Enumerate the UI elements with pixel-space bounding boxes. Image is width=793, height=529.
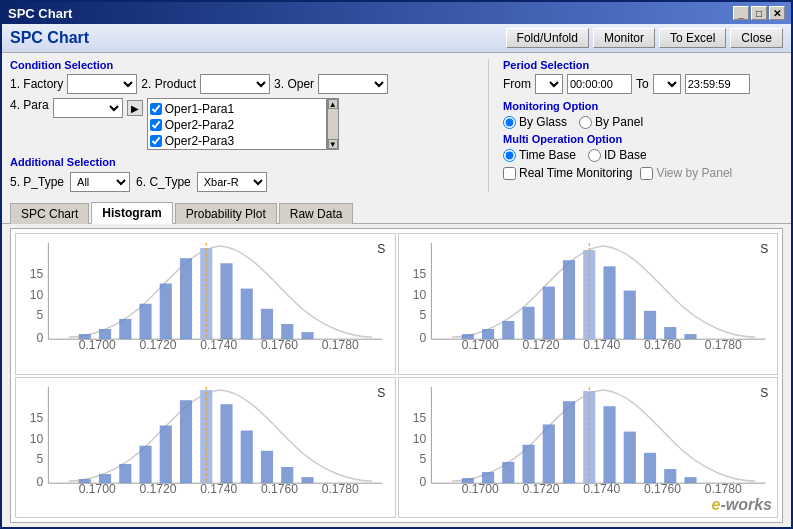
tab-raw-data[interactable]: Raw Data bbox=[279, 203, 354, 224]
histogram-svg-2: 0 5 10 15 0.1700 0.1720 0.1740 0.1760 0.… bbox=[401, 236, 776, 372]
tab-probability-plot[interactable]: Probability Plot bbox=[175, 203, 277, 224]
svg-text:5: 5 bbox=[37, 308, 44, 322]
time-base-radio[interactable] bbox=[503, 149, 516, 162]
scroll-up-button[interactable]: ▲ bbox=[328, 99, 338, 109]
checklist-checkbox-1[interactable] bbox=[150, 103, 162, 115]
svg-text:0.1700: 0.1700 bbox=[461, 338, 498, 352]
time-base-option[interactable]: Time Base bbox=[503, 148, 576, 162]
checklist-item-2: Oper2-Para2 bbox=[150, 117, 324, 133]
to-date-select[interactable] bbox=[653, 74, 681, 94]
p-type-select[interactable]: All bbox=[70, 172, 130, 192]
para-select[interactable] bbox=[53, 98, 123, 118]
c-type-label: 6. C_Type bbox=[136, 175, 191, 189]
checklist-item-1: Oper1-Para1 bbox=[150, 101, 324, 117]
svg-rect-5 bbox=[139, 304, 151, 339]
svg-rect-56 bbox=[160, 425, 172, 483]
close-button[interactable]: ✕ bbox=[769, 6, 785, 20]
scroll-down-button[interactable]: ▼ bbox=[328, 139, 338, 149]
svg-text:10: 10 bbox=[412, 431, 426, 445]
realtime-monitoring-option[interactable]: Real Time Monitoring bbox=[503, 166, 632, 180]
c-type-select[interactable]: Xbar-R Xbar-S bbox=[197, 172, 267, 192]
minimize-button[interactable]: _ bbox=[733, 6, 749, 20]
condition-row-1: 1. Factory 2. Product 3. Oper bbox=[10, 74, 474, 94]
id-base-option[interactable]: ID Base bbox=[588, 148, 647, 162]
svg-rect-80 bbox=[522, 444, 534, 482]
tab-histogram[interactable]: Histogram bbox=[91, 202, 172, 224]
period-label: Period Selection bbox=[503, 59, 783, 71]
by-glass-radio[interactable] bbox=[503, 116, 516, 129]
oper-select[interactable] bbox=[318, 74, 388, 94]
svg-rect-7 bbox=[180, 258, 192, 339]
svg-text:0.1760: 0.1760 bbox=[261, 338, 298, 352]
by-glass-option[interactable]: By Glass bbox=[503, 115, 567, 129]
realtime-label: Real Time Monitoring bbox=[519, 166, 632, 180]
svg-text:0.1740: 0.1740 bbox=[583, 482, 620, 496]
svg-text:0.1720: 0.1720 bbox=[139, 482, 176, 496]
checklist-scrollbar[interactable]: ▲ ▼ bbox=[327, 98, 339, 150]
from-label: From bbox=[503, 77, 531, 91]
svg-text:10: 10 bbox=[30, 431, 44, 445]
checklist-checkbox-3[interactable] bbox=[150, 135, 162, 147]
to-label: To bbox=[636, 77, 649, 91]
svg-text:0.1700: 0.1700 bbox=[461, 482, 498, 496]
svg-text:0.1720: 0.1720 bbox=[139, 338, 176, 352]
arrow-button[interactable]: ▶ bbox=[127, 100, 143, 116]
view-by-panel-option[interactable]: View by Panel bbox=[640, 166, 732, 180]
by-panel-option[interactable]: By Panel bbox=[579, 115, 643, 129]
view-by-panel-checkbox[interactable] bbox=[640, 167, 653, 180]
chart-top-right: 0 5 10 15 0.1700 0.1720 0.1740 0.1760 0.… bbox=[398, 233, 779, 375]
fold-unfold-button[interactable]: Fold/Unfold bbox=[506, 28, 589, 48]
product-select[interactable] bbox=[200, 74, 270, 94]
svg-text:0.1780: 0.1780 bbox=[704, 338, 741, 352]
by-glass-label: By Glass bbox=[519, 115, 567, 129]
chart-bottom-left: 0 5 10 15 0.1700 0.1720 0.1740 0.1760 0.… bbox=[15, 377, 396, 519]
svg-text:0.1720: 0.1720 bbox=[522, 338, 559, 352]
realtime-checkbox[interactable] bbox=[503, 167, 516, 180]
monitor-button[interactable]: Monitor bbox=[593, 28, 655, 48]
svg-text:5: 5 bbox=[419, 308, 426, 322]
monitoring-section: Monitoring Option By Glass By Panel bbox=[503, 100, 783, 129]
svg-text:0.1740: 0.1740 bbox=[200, 338, 237, 352]
close-header-button[interactable]: Close bbox=[730, 28, 783, 48]
para-checklist: Oper1-Para1 Oper2-Para2 Oper2-Para3 bbox=[147, 98, 327, 150]
svg-rect-10 bbox=[241, 289, 253, 340]
svg-rect-30 bbox=[522, 307, 534, 339]
to-time-input[interactable] bbox=[685, 74, 750, 94]
histogram-svg-3: 0 5 10 15 0.1700 0.1720 0.1740 0.1760 0.… bbox=[18, 380, 393, 516]
svg-rect-11 bbox=[261, 309, 273, 339]
multi-operation-section: Multi Operation Option Time Base ID Base bbox=[503, 133, 783, 162]
checklist-label-3: Oper2-Para3 bbox=[165, 133, 234, 149]
id-base-radio[interactable] bbox=[588, 149, 601, 162]
svg-rect-60 bbox=[241, 430, 253, 483]
svg-rect-9 bbox=[220, 263, 232, 339]
svg-text:5: 5 bbox=[419, 451, 426, 465]
svg-rect-12 bbox=[281, 324, 293, 339]
to-excel-button[interactable]: To Excel bbox=[659, 28, 726, 48]
checklist-checkbox-2[interactable] bbox=[150, 119, 162, 131]
svg-rect-63 bbox=[301, 477, 313, 483]
svg-rect-57 bbox=[180, 400, 192, 483]
from-date-select[interactable] bbox=[535, 74, 563, 94]
svg-rect-38 bbox=[684, 334, 696, 339]
factory-select[interactable] bbox=[67, 74, 137, 94]
maximize-button[interactable]: □ bbox=[751, 6, 767, 20]
svg-rect-62 bbox=[281, 466, 293, 482]
from-time-input[interactable] bbox=[567, 74, 632, 94]
selections-row: Condition Selection 1. Factory 2. Produc… bbox=[10, 59, 783, 192]
multi-op-radio-row: Time Base ID Base bbox=[503, 148, 783, 162]
svg-rect-81 bbox=[542, 424, 554, 483]
svg-rect-32 bbox=[562, 260, 574, 339]
window-title: SPC Chart bbox=[8, 6, 72, 21]
svg-text:S: S bbox=[760, 386, 768, 400]
tab-spc-chart[interactable]: SPC Chart bbox=[10, 203, 89, 224]
svg-text:15: 15 bbox=[30, 267, 44, 281]
svg-text:0.1780: 0.1780 bbox=[322, 482, 359, 496]
svg-text:10: 10 bbox=[412, 288, 426, 302]
view-by-panel-label: View by Panel bbox=[656, 166, 732, 180]
main-window: SPC Chart _ □ ✕ SPC Chart Fold/Unfold Mo… bbox=[0, 0, 793, 529]
svg-rect-87 bbox=[664, 469, 676, 483]
svg-rect-6 bbox=[160, 284, 172, 340]
time-base-label: Time Base bbox=[519, 148, 576, 162]
by-panel-radio[interactable] bbox=[579, 116, 592, 129]
checklist-item-3: Oper2-Para3 bbox=[150, 133, 324, 149]
